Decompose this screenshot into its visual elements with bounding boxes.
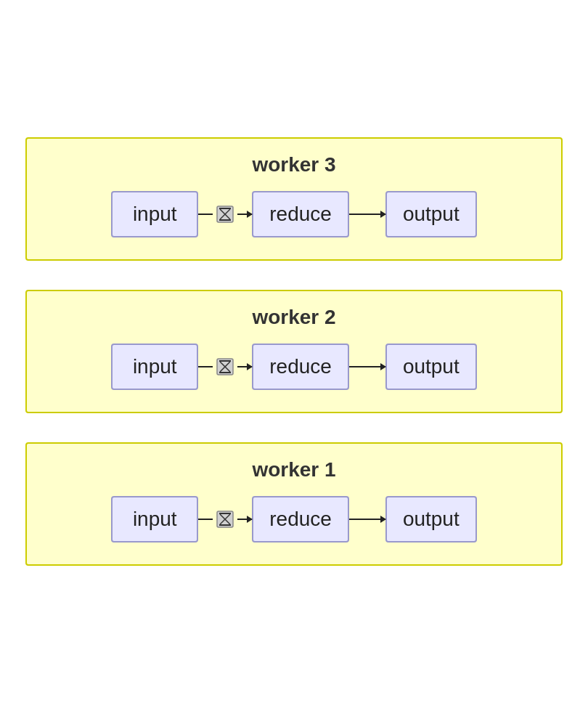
worker3-reduce-node: reduce <box>252 191 349 237</box>
arrow-line-simple <box>349 519 385 520</box>
arrow-line-seg2 <box>237 366 252 367</box>
worker2-input-node: input <box>111 344 198 390</box>
hourglass-icon <box>214 356 236 378</box>
arrow-line-seg2 <box>237 214 252 215</box>
worker1-pipeline: input reduce output <box>49 496 539 543</box>
worker2-container: worker 2 input reduce output <box>25 290 563 413</box>
hourglass-icon <box>214 508 236 530</box>
worker1-reduce-node: reduce <box>252 496 349 543</box>
worker3-output-node: output <box>385 191 477 237</box>
worker2-title: worker 2 <box>252 306 335 329</box>
worker1-container: worker 1 input reduce output <box>25 442 563 566</box>
worker3-container: worker 3 input reduce output <box>25 137 563 261</box>
worker2-reduce-node: reduce <box>252 344 349 390</box>
worker1-input-node: input <box>111 496 198 543</box>
worker2-arrow1 <box>198 356 252 378</box>
arrow-line-seg1 <box>198 519 213 520</box>
worker3-input-node: input <box>111 191 198 237</box>
worker2-pipeline: input reduce output <box>49 344 539 390</box>
worker3-title: worker 3 <box>252 153 335 176</box>
worker3-arrow2 <box>349 214 385 215</box>
worker1-arrow2 <box>349 519 385 520</box>
worker3-arrow1 <box>198 203 252 225</box>
worker2-output-node: output <box>385 344 477 390</box>
arrow-line-seg1 <box>198 366 213 367</box>
worker1-arrow1 <box>198 508 252 530</box>
worker2-arrow2 <box>349 366 385 367</box>
worker1-output-node: output <box>385 496 477 543</box>
arrow-line-seg2 <box>237 519 252 520</box>
arrow-line-seg1 <box>198 214 213 215</box>
arrow-line-simple <box>349 214 385 215</box>
arrow-line-simple <box>349 366 385 367</box>
worker3-pipeline: input reduce output <box>49 191 539 237</box>
hourglass-icon <box>214 203 236 225</box>
worker1-title: worker 1 <box>252 458 335 481</box>
